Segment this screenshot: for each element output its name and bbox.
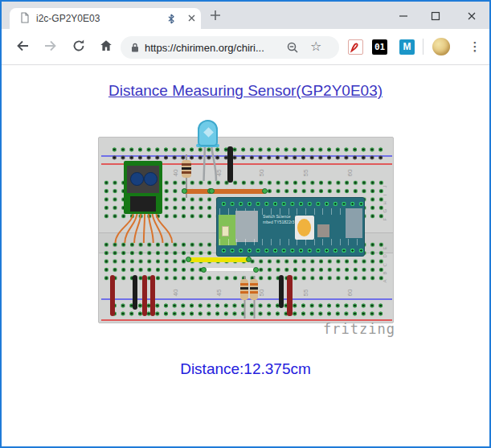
sensor-lens-housing (127, 166, 159, 193)
led-highlight (203, 127, 214, 138)
zoom-out-icon[interactable] (286, 41, 299, 54)
mbed-antenna-module (295, 216, 314, 240)
mbed-usb-connector (235, 211, 258, 242)
page-icon (20, 12, 30, 23)
page-heading: Distance Measuring Sensor(GP2Y0E03) (2, 82, 489, 100)
window-minimize-button[interactable] (391, 9, 416, 23)
distance-readout: Distance:12.375cm (2, 360, 489, 378)
address-bar[interactable]: https://chirimen.org/chiri... ☆ (121, 36, 339, 59)
pdf-extension-icon[interactable] (348, 39, 363, 55)
bookmark-star-icon[interactable]: ☆ (310, 39, 321, 54)
resistor (250, 279, 258, 300)
mbed-right-block (346, 208, 362, 238)
toolbar-separator (423, 39, 423, 55)
url-text[interactable]: https://chirimen.org/chiri... (145, 42, 264, 54)
profile-avatar[interactable] (432, 38, 450, 55)
red-jumper-wire (150, 275, 155, 316)
tab-title: i2c-GP2Y0E03 (36, 13, 100, 24)
mbed-bottom-pins (219, 247, 363, 254)
sensor-lens (130, 172, 144, 186)
blue-led (198, 120, 218, 146)
bluetooth-icon (167, 13, 175, 23)
red-jumper-wire (110, 275, 115, 316)
home-button[interactable] (98, 38, 116, 55)
browser-window: i2c-GP2Y0E03 (0, 0, 491, 448)
tab-close-icon[interactable] (185, 11, 198, 25)
mbed-board-text: Switch Science mbed TY51822r3 (263, 214, 294, 225)
sensor-connector (130, 196, 156, 212)
new-tab-button[interactable] (208, 8, 223, 23)
window-close-button[interactable] (459, 9, 485, 23)
mbed-board: Switch Science mbed TY51822r3 (216, 197, 365, 257)
sensor-lens (144, 172, 158, 186)
white-jumper-wire (203, 267, 257, 272)
black-jumper-wire (133, 275, 137, 310)
page-content: Distance Measuring Sensor(GP2Y0E03) 40 4… (2, 66, 489, 446)
orange-jumper-wire (211, 189, 265, 194)
fritzing-watermark: fritzing (323, 321, 395, 337)
mbed-top-pins (219, 200, 363, 208)
red-jumper-wire (287, 275, 293, 316)
heading-link[interactable]: Distance Measuring Sensor(GP2Y0E03) (108, 82, 383, 99)
lock-icon (130, 42, 140, 53)
mbed-oval-chip (297, 219, 311, 236)
browser-tab[interactable]: i2c-GP2Y0E03 (10, 8, 201, 29)
black-jumper-wire (227, 146, 233, 183)
mbed-chip (317, 224, 329, 237)
browser-toolbar: https://chirimen.org/chiri... ☆ 01 M ⋮ (2, 29, 489, 65)
orange-jumper-wire (184, 189, 211, 194)
red-jumper-wire (142, 275, 147, 316)
distance-sensor-gp2y0e03 (124, 161, 162, 214)
black-jumper-wire (279, 275, 284, 308)
m-extension-icon[interactable]: M (399, 39, 415, 55)
browser-menu-icon[interactable]: ⋮ (468, 37, 481, 56)
back-button[interactable] (14, 38, 32, 55)
fritzing-diagram: 40 45 50 55 60 J I H G F E D C B A 40 45 (98, 124, 394, 341)
tab-strip: i2c-GP2Y0E03 (2, 2, 489, 29)
resistor (240, 279, 248, 300)
01-extension-icon[interactable]: 01 (372, 39, 387, 55)
yellow-jumper-wire (188, 257, 249, 262)
window-maximize-button[interactable] (423, 9, 448, 23)
resistor (182, 160, 191, 178)
mbed-bottom-pin-labels (219, 239, 363, 245)
reload-button[interactable] (71, 38, 88, 55)
forward-button[interactable] (43, 38, 60, 55)
mbed-battery-holder (222, 226, 229, 236)
